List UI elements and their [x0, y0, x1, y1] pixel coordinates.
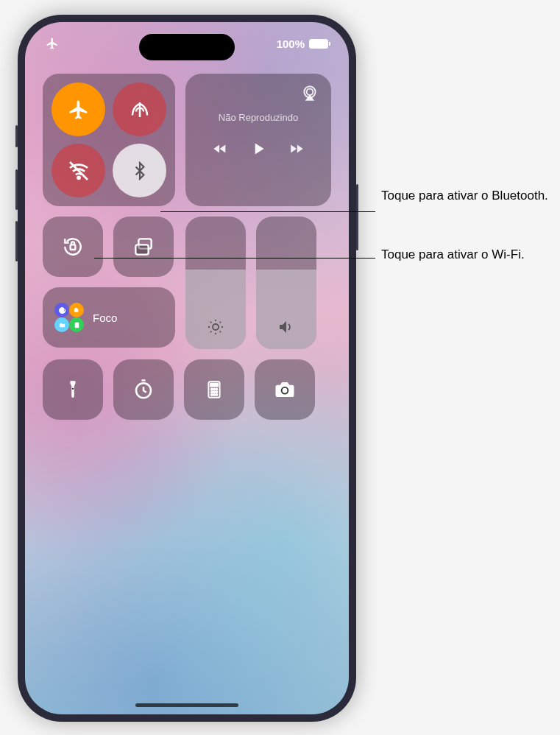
orientation-lock-button[interactable] [43, 217, 103, 277]
focus-modes-icon [54, 303, 84, 332]
next-track-button[interactable] [288, 141, 305, 157]
play-button[interactable] [249, 139, 268, 158]
phone-frame: 100% [18, 15, 356, 722]
battery-icon [309, 39, 328, 49]
battery-percent: 100% [277, 38, 305, 50]
callout-bluetooth: Toque para ativar o Bluetooth. [381, 188, 550, 205]
svg-rect-9 [74, 322, 79, 327]
svg-rect-8 [60, 323, 61, 323]
connectivity-group [43, 74, 175, 206]
svg-point-17 [216, 388, 217, 390]
control-center: Não Reproduzindo [43, 74, 331, 430]
svg-rect-6 [135, 245, 148, 254]
callout-line-wifi [94, 258, 375, 259]
airplane-mode-button[interactable] [52, 82, 105, 136]
svg-point-0 [77, 176, 79, 178]
svg-rect-14 [210, 384, 218, 387]
home-indicator[interactable] [135, 703, 238, 707]
bluetooth-button[interactable] [113, 144, 166, 197]
calculator-button[interactable] [184, 359, 244, 420]
airplane-status-icon [46, 37, 59, 50]
volume-icon [277, 318, 295, 336]
svg-point-11 [72, 388, 74, 390]
svg-point-3 [307, 89, 313, 96]
svg-point-21 [211, 394, 213, 395]
svg-point-18 [211, 391, 213, 393]
cellular-data-button[interactable] [113, 82, 166, 136]
flashlight-button[interactable] [43, 359, 103, 420]
svg-point-19 [213, 391, 215, 393]
dynamic-island [139, 34, 235, 60]
screen-mirroring-button[interactable] [113, 217, 174, 277]
media-player-tile[interactable]: Não Reproduzindo [185, 74, 331, 206]
volume-slider[interactable] [256, 217, 316, 349]
airplay-button[interactable] [300, 84, 321, 105]
brightness-slider[interactable] [185, 217, 246, 349]
svg-rect-7 [59, 323, 64, 327]
callout-wifi: Toque para ativar o Wi-Fi. [381, 247, 550, 264]
camera-button[interactable] [255, 359, 315, 420]
svg-point-23 [216, 394, 217, 395]
svg-point-20 [216, 391, 217, 393]
svg-point-15 [211, 388, 213, 390]
svg-rect-4 [71, 245, 76, 250]
svg-point-16 [213, 388, 215, 390]
now-playing-label: Não Reproduzindo [197, 112, 319, 123]
callout-line-bluetooth [160, 211, 375, 212]
timer-button[interactable] [113, 359, 174, 420]
svg-point-22 [213, 394, 215, 395]
brightness-icon [207, 318, 224, 336]
screen: 100% [25, 22, 349, 714]
svg-point-10 [213, 324, 219, 330]
focus-label: Foco [93, 312, 117, 324]
previous-track-button[interactable] [212, 141, 228, 157]
focus-button[interactable]: Foco [43, 287, 175, 348]
wifi-button[interactable] [52, 144, 105, 197]
